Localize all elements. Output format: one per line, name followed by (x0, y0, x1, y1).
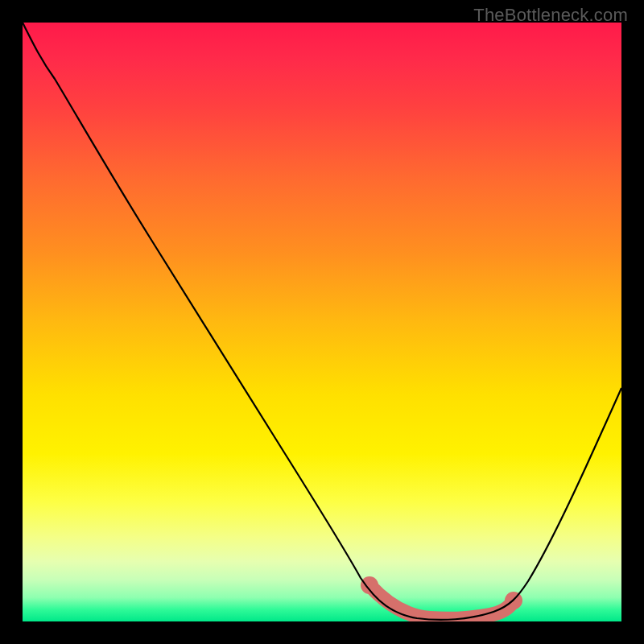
plot-area (23, 23, 621, 621)
chart-container: TheBottleneck.com (0, 0, 644, 644)
bottleneck-curve (23, 23, 621, 620)
chart-svg (23, 23, 621, 621)
highlight-band (361, 576, 522, 619)
watermark-text: TheBottleneck.com (473, 5, 628, 26)
